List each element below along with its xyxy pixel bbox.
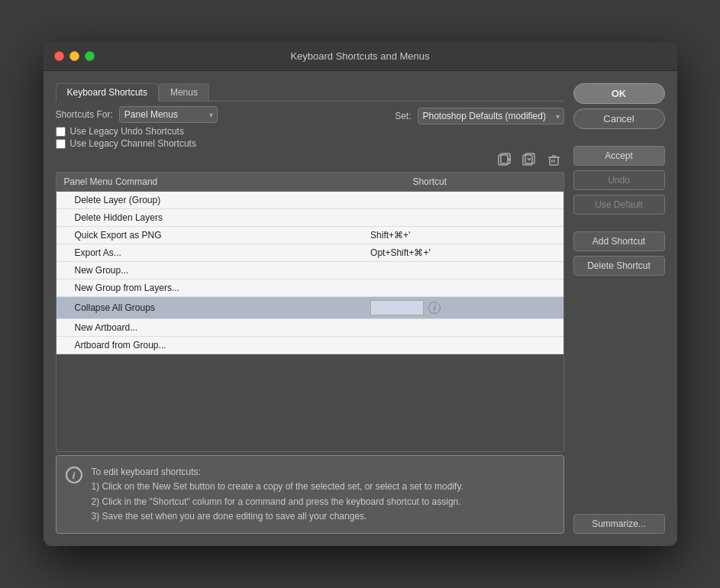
table-cell-shortcut [363,192,563,209]
info-circle-icon: i [66,467,82,483]
info-line-0: To edit keyboard shortcuts: [92,467,201,477]
table-cell-command: Delete Hidden Layers [57,209,363,227]
shortcut-input-field[interactable] [370,300,424,315]
minimize-button[interactable] [69,51,79,61]
table-row[interactable]: Export As...Opt+Shift+⌘+' [57,244,563,262]
new-set-button[interactable] [496,150,514,169]
table-cell-command: Export As... [57,244,363,262]
checkbox-legacy-channel[interactable] [56,139,66,149]
table-row[interactable]: New Group from Layers... [57,279,563,297]
table-header-row: Panel Menu Command Shortcut [57,173,563,192]
summarize-button[interactable]: Summarize... [573,514,665,534]
table-row[interactable]: Artboard from Group... [57,337,563,354]
set-dropdown[interactable]: Photoshop Defaults Photoshop Defaults (m… [418,108,564,124]
table-cell-shortcut [363,279,563,297]
table-row[interactable]: Quick Export as PNGShift+⌘+' [57,227,563,244]
column-command: Panel Menu Command [57,173,405,192]
table-cell-shortcut [363,319,563,337]
shortcut-table: Panel Menu Command Shortcut [57,173,563,192]
ok-button[interactable]: OK [573,83,665,104]
tab-menus[interactable]: Menus [159,83,209,101]
table-scroll-area[interactable]: Delete Layer (Group)Delete Hidden Layers… [57,192,563,354]
table-cell-command: Collapse All Groups [57,297,363,319]
add-shortcut-button[interactable]: Add Shortcut [573,231,665,251]
side-panel: OK Cancel Accept Undo Use Default Add Sh… [573,83,665,534]
table-cell-shortcut [363,262,563,279]
window-title: Keyboard Shortcuts and Menus [290,50,429,62]
conflict-info-icon: i [428,302,441,314]
top-controls: Shortcuts For: Application Menus Panel M… [56,106,564,126]
info-box-icon: i [66,465,82,524]
table-row[interactable]: New Artboard... [57,319,563,337]
info-line-3: 3) Save the set when you are done editin… [92,511,367,522]
table-row[interactable]: New Group... [57,262,563,279]
cancel-button[interactable]: Cancel [573,108,665,129]
save-set-button[interactable] [520,150,538,169]
table-cell-command: Artboard from Group... [57,337,363,354]
accept-button[interactable]: Accept [573,146,665,166]
checkbox-legacy-channel-row: Use Legacy Channel Shortcuts [56,138,564,149]
maximize-button[interactable] [85,51,95,61]
checkbox-legacy-undo-row: Use Legacy Undo Shortcuts [56,126,564,137]
shortcuts-for-dropdown[interactable]: Application Menus Panel Menus Tools Task… [119,106,218,123]
table-cell-command: New Group from Layers... [57,279,363,297]
set-dropdown-wrapper: Photoshop Defaults Photoshop Defaults (m… [418,108,564,124]
table-cell-shortcut [363,209,563,227]
delete-shortcut-button[interactable]: Delete Shortcut [573,256,665,276]
info-box: i To edit keyboard shortcuts: 1) Click o… [56,455,564,534]
use-default-button[interactable]: Use Default [573,195,665,215]
toolbar-icons [56,150,564,169]
new-set-icon [497,152,512,167]
shortcuts-for-row: Shortcuts For: Application Menus Panel M… [56,106,218,123]
shortcuts-for-dropdown-wrapper: Application Menus Panel Menus Tools Task… [119,106,218,123]
tab-bar: Keyboard Shortcuts Menus [56,83,564,102]
table-cell-shortcut: Shift+⌘+' [363,227,563,244]
tab-keyboard-shortcuts[interactable]: Keyboard Shortcuts [56,83,159,102]
set-label: Set: [395,111,411,121]
info-box-text: To edit keyboard shortcuts: 1) Click on … [92,465,463,524]
content-area: Keyboard Shortcuts Menus Shortcuts For: … [44,71,677,546]
table-cell-command: New Group... [57,262,363,279]
shortcuts-for-label: Shortcuts For: [56,109,113,120]
save-set-icon [521,152,537,167]
checkbox-legacy-undo-label: Use Legacy Undo Shortcuts [70,126,184,137]
set-row: Set: Photoshop Defaults Photoshop Defaul… [395,108,563,124]
delete-set-button[interactable] [544,150,563,169]
delete-set-icon [546,152,561,167]
table-row[interactable]: Delete Layer (Group) [57,192,563,209]
info-line-2: 2) Click in the "Shortcut" column for a … [92,496,461,507]
table-row[interactable]: Collapse All Groupsi [57,297,563,319]
table-row[interactable]: Delete Hidden Layers [57,209,563,227]
undo-button[interactable]: Undo [573,170,665,190]
traffic-lights [54,51,95,61]
main-window: Keyboard Shortcuts and Menus Keyboard Sh… [44,42,677,546]
shortcut-table-body: Delete Layer (Group)Delete Hidden Layers… [57,192,563,354]
checkbox-legacy-channel-label: Use Legacy Channel Shortcuts [70,138,196,149]
table-cell-shortcut: Opt+Shift+⌘+' [363,244,563,262]
main-area: Keyboard Shortcuts Menus Shortcuts For: … [56,83,564,534]
info-line-1: 1) Click on the New Set button to create… [92,481,463,492]
shortcut-table-wrapper: Panel Menu Command Shortcut Delete Layer… [56,172,564,452]
table-cell-command: New Artboard... [57,319,363,337]
close-button[interactable] [54,51,64,61]
title-bar: Keyboard Shortcuts and Menus [44,42,677,71]
table-cell-command: Quick Export as PNG [57,227,363,244]
table-cell-command: Delete Layer (Group) [57,192,363,209]
table-cell-shortcut: i [363,297,563,319]
table-cell-shortcut [363,337,563,354]
checkbox-legacy-undo[interactable] [56,127,66,137]
column-shortcut: Shortcut [405,173,563,192]
